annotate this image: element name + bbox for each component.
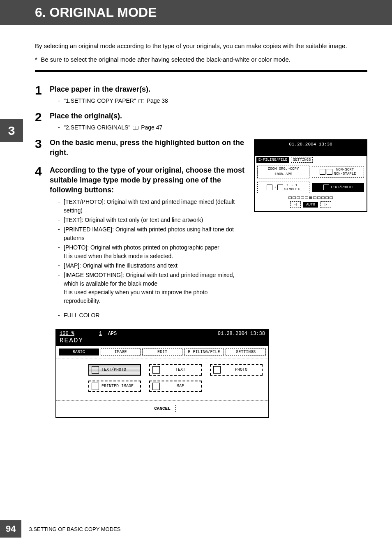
tray-icon <box>327 169 332 175</box>
note-text: * Be sure to select the original mode af… <box>35 56 367 63</box>
tab-settings[interactable]: SETTINGS <box>226 349 266 355</box>
lcd-header: 100 % 1 APS 01.28.2004 13:38 <box>56 330 268 337</box>
btn-text[interactable]: TEXT <box>149 364 202 376</box>
book-icon <box>133 126 138 130</box>
zoom-percent: 100 % <box>60 331 74 337</box>
note-asterisk: * <box>35 56 37 63</box>
nav-next-button[interactable]: ▷ <box>321 201 331 208</box>
mode-text: [TEXT]: Original with text only (or text… <box>58 216 246 224</box>
btn-photo[interactable]: PHOTO <box>210 364 263 376</box>
btn-label: MAP <box>162 384 198 388</box>
step-3: 3 On the basic menu, press the highlight… <box>35 138 246 160</box>
page-indicator <box>255 195 367 199</box>
step-ref: "2.SETTING ORIGINALS" Page 47 <box>58 123 367 132</box>
step-2: 2 Place the original(s). "2.SETTING ORIG… <box>35 111 367 133</box>
step-title: Place the original(s). <box>50 111 367 121</box>
lcd-panel-small: 01.28.2004 13:38 E-FILING/FILE SETTINGS … <box>254 139 367 212</box>
chapter-tab: 3 <box>0 119 23 142</box>
mode-icon <box>323 185 329 190</box>
mode-map: [MAP]: Original with fine illustrations … <box>58 261 246 270</box>
zoom-label: ZOOM ORG.→COPY <box>268 167 299 171</box>
step-number: 3 <box>35 138 45 150</box>
btn-label: PRINTED IMAGE <box>101 384 134 388</box>
text-icon <box>152 366 160 374</box>
btn-label: TEXT <box>162 367 198 372</box>
btn-printed-image[interactable]: PRINTED IMAGE <box>88 381 141 392</box>
step-number: 2 <box>35 111 45 123</box>
page-footer: 94 3.SETTING OF BASIC COPY MODES <box>0 520 120 538</box>
simplex-label: 1 → 1 SIMPLEX <box>284 183 300 192</box>
nav-auto-button[interactable]: AUTO <box>303 202 318 208</box>
book-icon <box>138 99 144 103</box>
sort-label: NON-SORT NON-STAPLE <box>334 168 356 176</box>
mode-text-photo: [TEXT/PHOTO]: Original with text and pri… <box>58 198 246 215</box>
step-number: 4 <box>35 165 45 178</box>
step-title: According to the type of your original, … <box>50 165 246 195</box>
tray-icon <box>320 169 325 175</box>
ref-label: "1.SETTING COPY PAPER" <box>64 97 136 104</box>
zoom-value: 100% APS <box>274 173 292 177</box>
note-body: Be sure to select the original mode afte… <box>41 56 291 63</box>
btn-label: TEXT/PHOTO <box>101 367 126 372</box>
section-title: 6. ORIGINAL MODE <box>0 0 392 25</box>
step-title: On the basic menu, press the highlighted… <box>50 138 246 158</box>
footer-chapter: 3.SETTING OF BASIC COPY MODES <box>29 526 120 532</box>
ref-label: "2.SETTING ORIGINALS" <box>64 124 130 131</box>
divider <box>35 70 367 72</box>
ref-page: Page 47 <box>141 124 162 131</box>
sort-cell[interactable]: NON-SORT NON-STAPLE <box>312 166 364 178</box>
intro-text: By selecting an original mode according … <box>35 42 367 51</box>
mode-photo: [PHOTO]: Original with photos printed on… <box>58 243 246 261</box>
page-icon <box>267 185 272 190</box>
page-number: 94 <box>0 520 21 538</box>
step-ref: "1.SETTING COPY PAPER" Page 38 <box>58 97 367 105</box>
nav-prev-button[interactable]: ◁ <box>290 201 301 208</box>
step-1: 1 Place paper in the drawer(s). "1.SETTI… <box>35 84 367 106</box>
cancel-button[interactable]: CANCEL <box>149 405 176 412</box>
text-photo-icon <box>92 366 99 374</box>
mode-printed-image: [PRINTED IMAGE]: Original with printed p… <box>58 225 246 242</box>
tab-edit[interactable]: EDIT <box>142 349 182 355</box>
textphoto-label: TEXT/PHOTO <box>330 185 353 189</box>
page-icon <box>277 185 283 190</box>
step-4: 4 According to the type of your original… <box>35 165 246 321</box>
lcd-panel-large: 100 % 1 APS 01.28.2004 13:38 READY BASIC… <box>55 329 269 418</box>
copy-count: 1 APS <box>99 331 117 337</box>
tab-image[interactable]: IMAGE <box>101 349 141 355</box>
full-color-label: FULL COLOR <box>58 311 246 320</box>
step-number: 1 <box>35 84 45 97</box>
zoom-cell[interactable]: ZOOM ORG.→COPY 100% APS <box>257 166 309 178</box>
mode-image-smoothing: [IMAGE SMOOTHING]: Original with text an… <box>58 271 246 305</box>
ref-page: Page 38 <box>147 97 168 104</box>
photo-icon <box>213 366 221 374</box>
printed-image-icon <box>92 383 99 390</box>
lcd-blank-row <box>255 148 367 156</box>
tab-efiling[interactable]: E-FILING/FILE <box>256 157 289 163</box>
tab-efiling[interactable]: E-FILING/FILE <box>184 349 224 355</box>
tab-settings[interactable]: SETTINGS <box>291 157 313 163</box>
btn-text-photo[interactable]: TEXT/PHOTO <box>88 364 141 376</box>
map-icon <box>152 383 160 390</box>
ready-status: READY <box>56 337 268 346</box>
simplex-cell[interactable]: → 1 → 1 SIMPLEX <box>257 182 309 193</box>
step-title: Place paper in the drawer(s). <box>50 84 367 94</box>
lcd-timestamp: 01.28.2004 13:38 <box>218 331 265 337</box>
btn-map[interactable]: MAP <box>149 381 202 392</box>
btn-label: PHOTO <box>223 367 259 372</box>
tab-basic[interactable]: BASIC <box>59 349 99 355</box>
lcd-timestamp: 01.28.2004 13:38 <box>255 140 367 148</box>
textphoto-cell[interactable]: TEXT/PHOTO <box>312 183 364 192</box>
